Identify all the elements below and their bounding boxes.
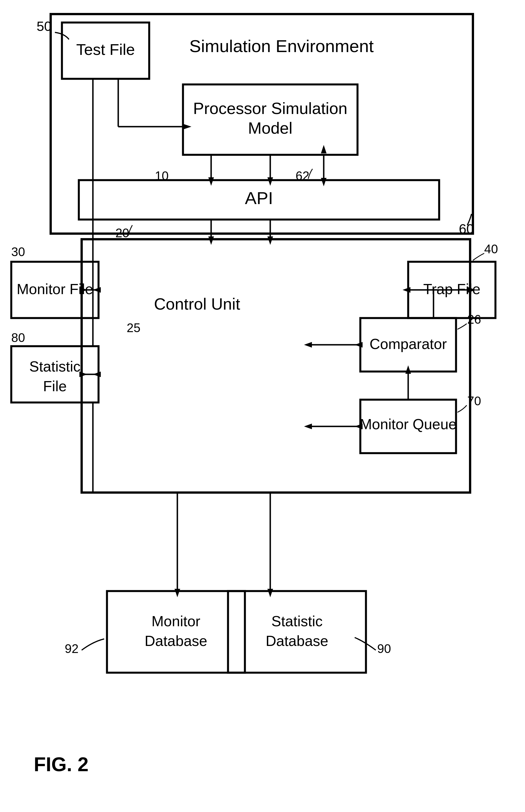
svg-marker-21 — [79, 371, 87, 377]
monitor-db-box — [107, 591, 245, 673]
svg-marker-34 — [355, 424, 363, 429]
svg-marker-9 — [321, 145, 327, 153]
processor-sim-label1: Processor Simulation — [193, 99, 347, 117]
svg-marker-15 — [267, 236, 273, 245]
control-unit-outer-box — [81, 239, 470, 492]
svg-marker-35 — [304, 424, 312, 429]
statistic-file-label1: Statistic — [29, 358, 80, 374]
ref-10: 10 — [155, 169, 169, 183]
svg-marker-7 — [267, 177, 273, 186]
statistic-db-box — [228, 591, 366, 673]
svg-marker-17 — [93, 287, 101, 293]
svg-marker-29 — [355, 342, 363, 348]
svg-marker-13 — [208, 236, 214, 245]
processor-sim-label2: Model — [248, 119, 292, 137]
ref-80: 80 — [11, 331, 25, 344]
monitor-db-label2: Database — [145, 633, 208, 649]
monitor-queue-label: Monitor Queue — [360, 416, 456, 432]
ref-90: 90 — [377, 642, 391, 656]
comparator-label: Comparator — [370, 336, 447, 352]
ref-25: 25 — [127, 321, 140, 335]
monitor-db-label1: Monitor — [151, 613, 200, 629]
ref-92: 92 — [65, 642, 78, 656]
svg-marker-5 — [208, 177, 214, 186]
control-unit-label: Control Unit — [154, 295, 240, 313]
ref-30: 30 — [11, 245, 25, 259]
api-label: API — [245, 188, 273, 208]
ref-62: 62 — [296, 169, 309, 183]
ref-60: 60 — [459, 221, 474, 236]
test-file-label: Test File — [76, 41, 135, 58]
ref-70: 70 — [467, 394, 481, 408]
svg-marker-32 — [405, 365, 411, 374]
fig-label: FIG. 2 — [34, 753, 88, 776]
svg-marker-30 — [304, 342, 312, 348]
statistic-db-label1: Statistic — [271, 613, 322, 629]
ref-20: 20 — [116, 226, 129, 240]
ref-26: 26 — [467, 312, 481, 326]
ref-50: 50 — [36, 19, 51, 34]
statistic-db-label2: Database — [266, 633, 329, 649]
simulation-env-label: Simulation Environment — [190, 36, 374, 56]
svg-marker-27 — [403, 287, 410, 293]
svg-marker-20 — [93, 371, 101, 377]
diagram-container: Test File 50 60 Simulation Environment P… — [0, 0, 525, 812]
statistic-file-label2: File — [43, 378, 67, 394]
svg-marker-10 — [321, 178, 327, 186]
ref-40: 40 — [484, 242, 498, 256]
svg-marker-3 — [183, 124, 192, 129]
